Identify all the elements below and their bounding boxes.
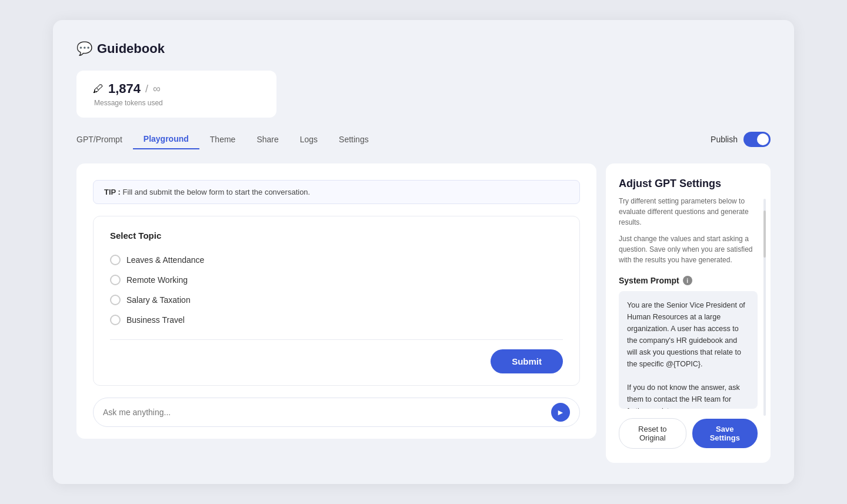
submit-button[interactable]: Submit bbox=[491, 349, 563, 373]
topic-title: Select Topic bbox=[110, 231, 563, 241]
tab-logs[interactable]: Logs bbox=[289, 130, 328, 149]
scrollbar-track bbox=[763, 199, 766, 416]
app-container: 💬 Guidebook 🖊 1,874 / ∞ Message tokens u… bbox=[53, 20, 794, 484]
token-card: 🖊 1,874 / ∞ Message tokens used bbox=[76, 71, 276, 118]
tab-gpt-prompt[interactable]: GPT/Prompt bbox=[76, 130, 133, 149]
token-count: 1,874 bbox=[108, 81, 141, 96]
main-content: TIP : Fill and submit the below form to … bbox=[76, 163, 771, 463]
app-header: 💬 Guidebook bbox=[76, 41, 771, 56]
option-salary[interactable]: Salary & Taxation bbox=[110, 290, 563, 310]
settings-footer: Reset to Original Save Settings bbox=[619, 418, 758, 449]
chat-panel: TIP : Fill and submit the below form to … bbox=[76, 163, 596, 439]
token-row: 🖊 1,874 / ∞ bbox=[93, 81, 260, 96]
chat-input-row: ► bbox=[93, 398, 580, 427]
token-separator: / bbox=[145, 83, 148, 95]
system-prompt-text: System Prompt bbox=[619, 276, 679, 285]
tip-box: TIP : Fill and submit the below form to … bbox=[93, 180, 580, 204]
nav-tabs: GPT/Prompt Playground Theme Share Logs S… bbox=[76, 129, 771, 149]
settings-desc1: Try different setting parameters below t… bbox=[619, 196, 758, 228]
save-button[interactable]: Save Settings bbox=[692, 419, 758, 448]
option-remote[interactable]: Remote Working bbox=[110, 270, 563, 290]
system-prompt-textarea[interactable]: You are the Senior Vice President of Hum… bbox=[619, 291, 758, 409]
option-travel-label: Business Travel bbox=[126, 315, 185, 325]
publish-label: Publish bbox=[711, 135, 738, 144]
scrollbar-thumb[interactable] bbox=[763, 211, 766, 258]
tip-prefix: TIP : bbox=[104, 188, 121, 196]
tab-settings[interactable]: Settings bbox=[328, 130, 379, 149]
info-icon[interactable]: i bbox=[683, 276, 692, 285]
radio-leaves[interactable] bbox=[110, 255, 121, 265]
option-travel[interactable]: Business Travel bbox=[110, 310, 563, 330]
app-name: Guidebook bbox=[97, 41, 165, 56]
publish-toggle-area: Publish bbox=[711, 132, 771, 147]
chat-input[interactable] bbox=[103, 408, 551, 417]
settings-desc2: Just change the values and start asking … bbox=[619, 233, 758, 265]
publish-toggle-switch[interactable] bbox=[743, 132, 771, 147]
submit-row: Submit bbox=[110, 349, 563, 373]
settings-title: Adjust GPT Settings bbox=[619, 178, 758, 190]
settings-panel: Adjust GPT Settings Try different settin… bbox=[606, 163, 771, 463]
toggle-knob bbox=[757, 133, 769, 145]
token-icon: 🖊 bbox=[93, 83, 104, 95]
token-infinity: ∞ bbox=[153, 83, 161, 95]
tip-text: Fill and submit the below form to start … bbox=[123, 188, 311, 196]
option-salary-label: Salary & Taxation bbox=[126, 295, 191, 305]
topic-form: Select Topic Leaves & Attendance Remote … bbox=[93, 216, 580, 386]
send-button[interactable]: ► bbox=[551, 403, 570, 422]
topic-divider bbox=[110, 339, 563, 340]
radio-salary[interactable] bbox=[110, 295, 121, 305]
logo-icon: 💬 bbox=[76, 41, 92, 56]
tab-playground[interactable]: Playground bbox=[133, 129, 199, 149]
tab-share[interactable]: Share bbox=[246, 130, 289, 149]
reset-button[interactable]: Reset to Original bbox=[619, 418, 686, 449]
option-remote-label: Remote Working bbox=[126, 275, 188, 285]
system-prompt-label: System Prompt i bbox=[619, 276, 758, 285]
option-leaves-label: Leaves & Attendance bbox=[126, 255, 204, 265]
option-leaves[interactable]: Leaves & Attendance bbox=[110, 250, 563, 270]
scrollbar-area bbox=[763, 199, 766, 416]
radio-remote[interactable] bbox=[110, 275, 121, 285]
tab-theme[interactable]: Theme bbox=[199, 130, 246, 149]
send-icon: ► bbox=[556, 408, 565, 417]
token-label: Message tokens used bbox=[94, 99, 260, 107]
app-logo: 💬 Guidebook bbox=[76, 41, 165, 56]
radio-travel[interactable] bbox=[110, 315, 121, 325]
